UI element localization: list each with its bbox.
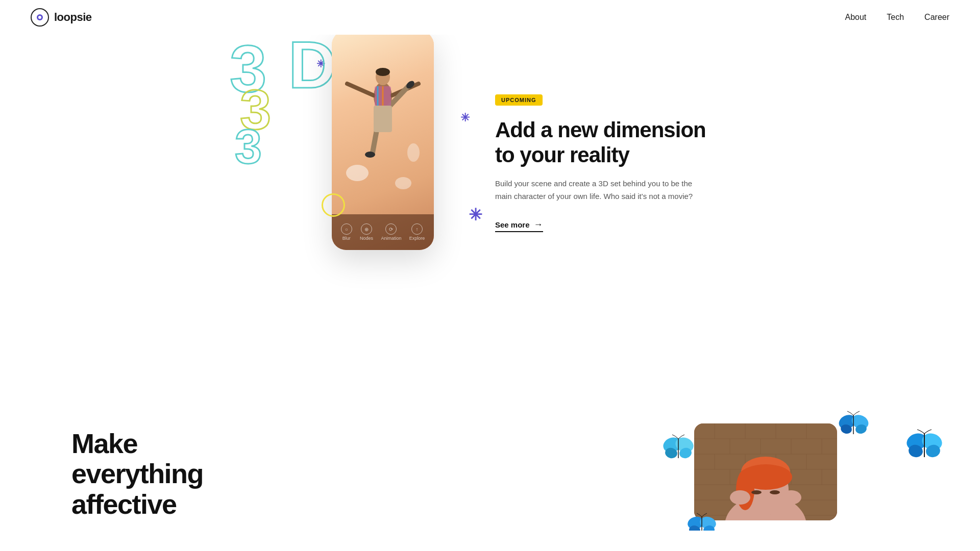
section-butterfly: Make everything affective <box>0 418 980 531</box>
cursor-circle <box>322 193 345 217</box>
logo-text: loopsie <box>54 11 92 24</box>
nodes-icon: ⊕ <box>361 223 372 235</box>
deco-letter-d: D <box>288 32 336 98</box>
butterfly-2 <box>687 513 717 531</box>
deco-num-3-1: 3 <box>230 36 266 102</box>
butterfly-4 <box>904 429 944 461</box>
deco-asterisk-2: ✳ <box>316 59 325 69</box>
phone-area: ✻ ✳ 3 3 3 D <box>271 31 454 296</box>
section-3d: ✻ ✳ 3 3 3 D <box>0 0 980 327</box>
phone-nav-nodes: ⊕ Nodes <box>360 223 373 241</box>
butterfly-1 <box>661 434 696 462</box>
svg-point-49 <box>770 490 780 494</box>
spacer <box>0 327 980 418</box>
phone-bottom-nav: ○ Blur ⊕ Nodes ⟳ Animation ↑ Explore <box>332 214 434 250</box>
svg-point-50 <box>730 490 750 505</box>
photo-frame <box>694 423 837 520</box>
deco-num-3-2: 3 <box>240 82 271 138</box>
phone-nav-explore: ↑ Explore <box>409 223 425 241</box>
person-svg <box>694 423 837 520</box>
logo[interactable]: loopsie <box>31 8 92 27</box>
dancer-figure <box>342 35 424 204</box>
person-photo <box>694 423 837 520</box>
nav-about[interactable]: About <box>845 13 866 22</box>
feature-heading: Add a new dimension to your reality <box>495 118 709 167</box>
svg-line-6 <box>347 84 374 95</box>
logo-icon <box>31 8 49 27</box>
nav-tech[interactable]: Tech <box>887 13 904 22</box>
blur-icon: ○ <box>341 223 352 235</box>
explore-icon: ↑ <box>411 223 423 235</box>
butterfly-3 <box>837 411 870 437</box>
feature-content: UPCOMING Add a new dimension to your rea… <box>495 94 709 232</box>
feature-description: Build your scene and create a 3D set beh… <box>495 178 709 203</box>
svg-point-16 <box>346 165 369 181</box>
svg-point-5 <box>376 68 390 76</box>
butterfly-area <box>653 418 909 531</box>
upcoming-badge: UPCOMING <box>495 94 543 106</box>
svg-point-2 <box>38 16 41 19</box>
svg-point-14 <box>365 152 375 158</box>
phone-nav-blur: ○ Blur <box>341 223 352 241</box>
animation-icon: ⟳ <box>385 223 397 235</box>
see-more-link[interactable]: See more → <box>495 219 543 232</box>
butterfly-text: Make everything affective <box>71 418 265 519</box>
deco-num-3-3: 3 <box>235 122 262 171</box>
make-heading: Make everything affective <box>71 429 265 519</box>
svg-point-51 <box>781 490 801 505</box>
phone-screen: ○ Blur ⊕ Nodes ⟳ Animation ↑ Explore <box>332 31 434 250</box>
nav-links: About Tech Career <box>845 13 949 22</box>
svg-point-48 <box>751 490 762 494</box>
svg-rect-13 <box>374 106 392 132</box>
nav-career[interactable]: Career <box>924 13 949 22</box>
navbar: loopsie About Tech Career <box>0 0 980 35</box>
deco-asterisk-3: ✳ <box>460 112 470 123</box>
svg-point-18 <box>407 143 420 162</box>
deco-asterisk-4: ✳ <box>469 205 482 224</box>
phone-mockup: ○ Blur ⊕ Nodes ⟳ Animation ↑ Explore <box>332 31 434 250</box>
svg-point-17 <box>395 177 411 189</box>
arrow-icon: → <box>534 219 543 230</box>
phone-nav-animation: ⟳ Animation <box>381 223 401 241</box>
